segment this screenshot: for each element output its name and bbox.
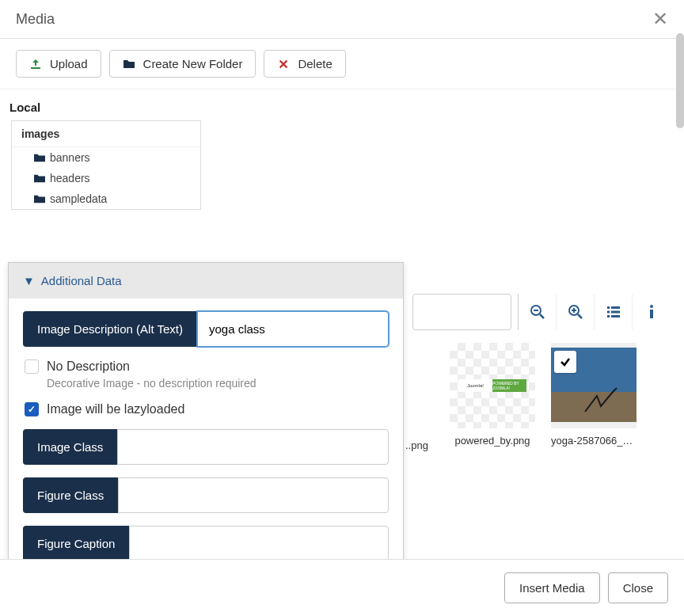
svg-rect-0 [31,67,40,69]
thumb-label-partial: ..png [405,439,428,451]
create-folder-button[interactable]: Create New Folder [109,50,256,78]
alt-text-input[interactable] [197,311,389,347]
selected-check-icon [554,351,576,373]
thumbnails: Joomla! POWERED BY JOOMLA! powered_by.pn… [450,343,670,447]
folder-tree: images banners headers sampledata [11,120,201,210]
svg-point-14 [650,305,653,308]
joomla-badge: Joomla! POWERED BY JOOMLA! [458,379,526,392]
thumb-yoga[interactable]: yoga-2587066_1… [551,343,636,447]
no-description-row[interactable]: No Description Decorative Image - no des… [23,359,389,390]
modal-body: Upload Create New Folder Delete Local im… [0,39,684,561]
delete-label: Delete [298,57,332,70]
thumb-powered-by[interactable]: Joomla! POWERED BY JOOMLA! powered_by.pn… [450,343,535,447]
upload-button[interactable]: Upload [16,50,101,78]
lazyload-label: Image will be lazyloaded [47,402,184,416]
tree-item-label: headers [50,172,90,184]
close-button[interactable]: Close [608,572,668,603]
zoom-in-icon [568,304,583,320]
no-description-checkbox[interactable] [25,359,39,374]
figure-caption-label: Figure Caption [23,526,129,561]
folder-icon [34,173,45,183]
info-button[interactable] [632,294,670,330]
alt-text-field: Image Description (Alt Text) [23,311,389,347]
zoom-out-button[interactable] [518,294,556,330]
modal-footer: Insert Media Close [0,559,684,616]
close-icon[interactable]: ✕ [652,10,668,29]
svg-line-2 [540,314,544,318]
tree-item-label: sampledata [50,192,107,205]
additional-data-toggle[interactable]: ▼ Additional Data [9,263,403,298]
figure-class-label: Figure Class [23,477,118,513]
scrollbar-thumb[interactable] [676,33,684,128]
zoom-out-icon [530,304,545,320]
no-description-sublabel: Decorative Image - no description requir… [47,377,256,390]
svg-line-5 [578,314,582,318]
svg-rect-11 [611,311,620,314]
tree-item-banners[interactable]: banners [12,147,200,168]
thumb-label: powered_by.png [454,435,530,447]
tree-item-label: banners [50,151,90,164]
search-input[interactable] [412,294,511,330]
alt-text-label: Image Description (Alt Text) [23,311,197,347]
tree-root[interactable]: images [12,121,200,147]
image-class-field: Image Class [23,429,389,465]
media-toolbar [412,294,670,330]
svg-rect-9 [611,306,620,309]
svg-rect-12 [607,315,610,318]
tree-item-headers[interactable]: headers [12,168,200,188]
caret-down-icon: ▼ [23,274,35,287]
delete-button[interactable]: Delete [264,50,345,78]
additional-data-body: Image Description (Alt Text) No Descript… [9,298,403,561]
modal-header: Media ✕ [0,0,684,39]
delete-icon [277,58,290,70]
info-icon [644,304,659,320]
additional-data-title: Additional Data [41,274,122,287]
local-label: Local [0,89,684,120]
modal-title: Media [16,11,55,28]
thumb-image: Joomla! POWERED BY JOOMLA! [450,343,535,428]
scrollbar[interactable] [676,33,684,556]
figure-class-input[interactable] [118,477,389,513]
folder-icon [123,58,135,70]
lazyload-checkbox[interactable] [25,402,39,416]
figure-class-field: Figure Class [23,477,389,513]
svg-rect-13 [611,315,620,318]
additional-data-panel: ▼ Additional Data Image Description (Alt… [8,262,404,561]
image-class-input[interactable] [117,429,389,465]
create-folder-label: Create New Folder [143,57,243,70]
list-icon [606,304,621,320]
svg-rect-15 [650,310,653,318]
insert-media-button[interactable]: Insert Media [504,572,600,603]
figure-caption-input[interactable] [129,526,389,561]
thumb-image [551,343,636,428]
svg-rect-8 [607,306,610,309]
zoom-in-button[interactable] [556,294,594,330]
figure-caption-field: Figure Caption [23,526,389,561]
svg-rect-10 [607,311,610,314]
lazyload-row[interactable]: Image will be lazyloaded [23,402,389,416]
upload-label: Upload [50,57,88,70]
folder-icon [34,153,45,162]
toolbar: Upload Create New Folder Delete [0,39,684,89]
list-view-button[interactable] [594,294,632,330]
upload-icon [29,58,42,70]
tree-item-sampledata[interactable]: sampledata [12,188,200,209]
image-class-label: Image Class [23,429,117,465]
no-description-label: No Description [47,359,256,374]
folder-icon [34,194,45,203]
thumb-label: yoga-2587066_1… [551,435,636,447]
